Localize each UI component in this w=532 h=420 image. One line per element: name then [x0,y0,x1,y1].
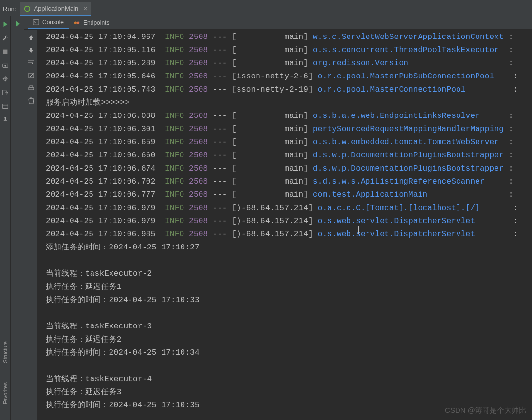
scroll-to-end-icon[interactable] [27,72,35,79]
console-output[interactable]: 2024-04-25 17:10:04.967 INFO 2508 --- [ … [39,30,532,420]
run-header: Run: ApplicationMain × [0,2,532,16]
arrow-up-icon[interactable] [27,34,35,41]
tab-label: ApplicationMain [34,5,78,12]
svg-point-1 [74,21,77,24]
wrench-icon[interactable] [2,35,9,41]
run-actions-gutter [11,16,24,420]
console-actions-gutter [24,30,38,420]
pin-icon[interactable] [2,116,9,123]
svg-point-2 [77,21,79,24]
svg-rect-10 [2,104,8,109]
console-icon [33,19,39,26]
stop-icon[interactable] [2,48,9,55]
svg-rect-13 [30,86,33,87]
left-sidebar-labels: Structure Favorites [0,341,11,404]
tab-endpoints[interactable]: Endpoints [69,16,114,29]
run-label: Run: [0,5,20,13]
svg-rect-0 [33,19,39,25]
structure-tool[interactable]: Structure [2,341,8,363]
tab-endpoints-label: Endpoints [83,19,109,26]
svg-point-5 [4,65,6,67]
endpoints-icon [73,19,80,26]
run-sub-tabs: Console Endpoints [0,16,532,30]
run-config-tab[interactable]: ApplicationMain × [20,2,91,16]
arrow-down-icon[interactable] [27,46,35,54]
svg-rect-12 [29,87,34,90]
spring-leaf-icon [24,5,31,12]
play-icon[interactable] [2,21,9,28]
svg-rect-3 [3,50,7,54]
bug-icon[interactable] [2,76,9,82]
rerun-icon[interactable] [14,20,21,28]
soft-wrap-icon[interactable] [27,59,35,67]
tab-console[interactable]: Console [28,16,69,29]
layout-icon[interactable] [2,103,9,110]
clear-icon[interactable] [27,97,35,105]
print-icon[interactable] [27,84,35,92]
exit-icon[interactable] [2,89,9,96]
tab-console-label: Console [42,19,64,26]
close-tab-icon[interactable]: × [83,5,87,13]
camera-icon[interactable] [2,62,9,69]
favorites-tool[interactable]: Favorites [2,382,8,404]
text-caret [358,226,359,234]
